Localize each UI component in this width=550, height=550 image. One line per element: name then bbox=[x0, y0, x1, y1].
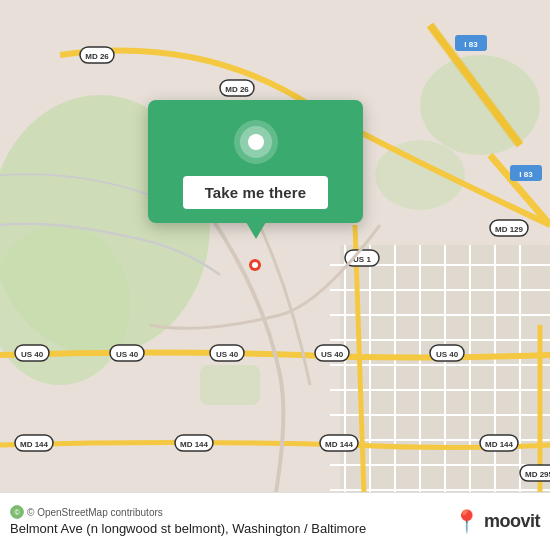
svg-text:MD 144: MD 144 bbox=[325, 440, 354, 449]
location-title: Belmont Ave (n longwood st belmont), Was… bbox=[10, 521, 366, 538]
location-card: Take me there bbox=[148, 100, 363, 223]
svg-text:I 83: I 83 bbox=[464, 40, 478, 49]
svg-text:©: © bbox=[14, 509, 20, 516]
svg-point-3 bbox=[420, 55, 540, 155]
svg-text:MD 26: MD 26 bbox=[85, 52, 109, 61]
svg-text:I 83: I 83 bbox=[519, 170, 533, 179]
moovit-pin-icon: 📍 bbox=[453, 511, 480, 533]
pin-icon bbox=[232, 118, 280, 166]
svg-text:MD 26: MD 26 bbox=[225, 85, 249, 94]
svg-point-61 bbox=[248, 134, 264, 150]
svg-text:MD 295: MD 295 bbox=[525, 470, 550, 479]
map-container: I 83 I 83 MD 26 MD 26 US 40 US 40 US 40 … bbox=[0, 0, 550, 550]
bottom-info: © © OpenStreetMap contributors Belmont A… bbox=[10, 505, 366, 538]
osm-credit-text: © OpenStreetMap contributors bbox=[27, 507, 163, 518]
svg-text:MD 144: MD 144 bbox=[180, 440, 209, 449]
svg-text:US 40: US 40 bbox=[321, 350, 344, 359]
svg-text:US 40: US 40 bbox=[216, 350, 239, 359]
take-me-there-button[interactable]: Take me there bbox=[183, 176, 329, 209]
svg-rect-5 bbox=[200, 365, 260, 405]
moovit-brand-name: moovit bbox=[484, 511, 540, 532]
svg-text:MD 129: MD 129 bbox=[495, 225, 524, 234]
svg-point-58 bbox=[252, 262, 258, 268]
svg-text:US 40: US 40 bbox=[436, 350, 459, 359]
svg-text:US 40: US 40 bbox=[21, 350, 44, 359]
osm-credit: © © OpenStreetMap contributors bbox=[10, 505, 366, 519]
svg-text:US 40: US 40 bbox=[116, 350, 139, 359]
svg-text:MD 144: MD 144 bbox=[485, 440, 514, 449]
bottom-bar: © © OpenStreetMap contributors Belmont A… bbox=[0, 492, 550, 550]
osm-logo-icon: © bbox=[10, 505, 24, 519]
svg-text:MD 144: MD 144 bbox=[20, 440, 49, 449]
moovit-logo: 📍 moovit bbox=[453, 511, 540, 533]
map-svg: I 83 I 83 MD 26 MD 26 US 40 US 40 US 40 … bbox=[0, 0, 550, 550]
